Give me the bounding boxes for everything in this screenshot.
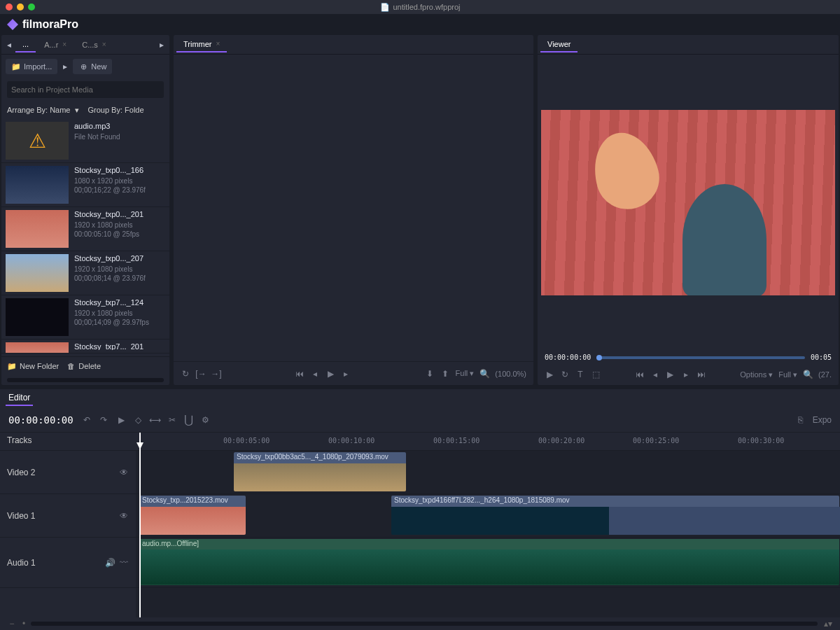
media-item[interactable]: ⚠ audio.mp3File Not Found xyxy=(1,119,169,163)
chevron-right-icon[interactable]: ▸ xyxy=(60,62,70,71)
media-item[interactable]: Stocksy_txp7..._201 xyxy=(1,340,169,354)
collapse-icon[interactable]: ▴▾ xyxy=(823,619,833,629)
timeline-clip[interactable]: Stocksy_txp00bb3ac5..._4_1080p_2079093.m… xyxy=(234,452,406,491)
export-icon[interactable]: ⎘ xyxy=(796,415,806,425)
minimize-window-button[interactable] xyxy=(17,4,24,10)
quality-dropdown[interactable]: Full ▾ xyxy=(456,369,475,378)
arrange-by-dropdown[interactable]: Arrange By: Name ▾ xyxy=(7,105,82,115)
new-button[interactable]: ⊕ New xyxy=(73,59,112,74)
insert-icon[interactable]: ⬇ xyxy=(425,369,435,379)
media-list[interactable]: ⚠ audio.mp3File Not Found Stocksy_txp0..… xyxy=(1,119,169,356)
warning-icon: ⚠ xyxy=(29,130,46,153)
crop-icon[interactable]: ⬚ xyxy=(591,370,601,379)
track-label-video1[interactable]: Video 1 👁 xyxy=(0,494,136,538)
options-dropdown[interactable]: Options ▾ xyxy=(740,370,773,379)
zoom-label[interactable]: (100.0%) xyxy=(495,370,526,378)
close-icon[interactable]: × xyxy=(62,41,66,48)
undo-icon[interactable]: ↶ xyxy=(82,415,92,425)
new-folder-button[interactable]: 📁New Folder xyxy=(7,361,59,371)
panel-menu-icon[interactable]: ◂ xyxy=(4,40,14,50)
timeline-clip[interactable]: Stocksy_txp...2015223.mov xyxy=(139,496,246,535)
track-label-video2[interactable]: Video 2 👁 xyxy=(0,451,136,494)
skip-start-icon[interactable]: ⏮ xyxy=(295,369,304,379)
media-item[interactable]: Stocksy_txp0..._1661080 x 1920 pixels00;… xyxy=(1,163,169,207)
app-logo: filmoraPro xyxy=(7,18,78,31)
timeline-track-video2[interactable]: Stocksy_txp00bb3ac5..._4_1080p_2079093.m… xyxy=(136,451,840,494)
search-icon[interactable]: 🔍 xyxy=(803,370,813,379)
viewer-canvas[interactable] xyxy=(538,55,839,351)
visibility-icon[interactable]: 👁 xyxy=(119,511,129,521)
timeline-ruler[interactable]: 00:00:05:00 00:00:10:00 00:00:15:00 00:0… xyxy=(136,433,840,451)
chevron-right-icon[interactable]: ▸ xyxy=(157,40,167,50)
viewer-scrubber[interactable] xyxy=(596,356,805,359)
quality-dropdown[interactable]: Full ▾ xyxy=(778,370,797,379)
editor-tab[interactable]: Editor xyxy=(6,391,33,406)
step-back-icon[interactable]: ◂ xyxy=(310,369,320,379)
chevron-down-icon: ▾ xyxy=(72,105,82,115)
maximize-window-button[interactable] xyxy=(28,4,35,10)
media-tab-1[interactable]: A...r× xyxy=(37,38,74,52)
search-icon[interactable]: 🔍 xyxy=(479,369,489,379)
redo-icon[interactable]: ↷ xyxy=(99,415,108,425)
search-input[interactable] xyxy=(7,81,164,98)
timeline-scrollbar[interactable] xyxy=(31,622,818,626)
visibility-icon[interactable]: 👁 xyxy=(119,468,129,477)
trimmer-controls: ↻ [→ →] ⏮ ◂ ▶ ▸ ⬇ ⬆ Full ▾ 🔍 (100.0 xyxy=(174,361,533,385)
playhead[interactable] xyxy=(139,433,141,617)
waveform-icon[interactable]: 〰 xyxy=(119,558,129,568)
media-toolbar: 📁 Import... ▸ ⊕ New xyxy=(1,55,169,78)
out-bracket-icon[interactable]: →] xyxy=(211,369,221,379)
zoom-label[interactable]: (27. xyxy=(818,370,832,379)
overwrite-icon[interactable]: ⬆ xyxy=(440,369,450,379)
close-icon[interactable]: × xyxy=(102,41,106,48)
timeline-area[interactable]: 00:00:05:00 00:00:10:00 00:00:15:00 00:0… xyxy=(136,433,840,617)
keyframe-icon[interactable]: ◇ xyxy=(134,415,144,425)
delete-button[interactable]: 🗑Delete xyxy=(66,361,101,371)
zoom-slider-dot[interactable]: • xyxy=(22,619,25,629)
ripple-icon[interactable]: ⟷ xyxy=(150,415,160,425)
timeline-track-audio1[interactable]: audio.mp...Offline] xyxy=(136,538,840,588)
in-bracket-icon[interactable]: [→ xyxy=(196,369,206,379)
media-item[interactable]: Stocksy_txp7..._1241920 x 1080 pixels00;… xyxy=(1,295,169,340)
timeline-audio-clip[interactable]: audio.mp...Offline] xyxy=(139,539,839,585)
step-forward-icon[interactable]: ▸ xyxy=(341,369,351,379)
play-icon[interactable]: ▶ xyxy=(326,369,335,379)
settings-icon[interactable]: ⚙ xyxy=(201,415,211,425)
export-button[interactable]: Expo xyxy=(813,415,832,425)
trimmer-tab[interactable]: Trimmer× xyxy=(176,37,227,52)
timeline-track-video1[interactable]: Stocksy_txp...2015223.mov Stocksy_txpd41… xyxy=(136,494,840,538)
zoom-out-icon[interactable]: − xyxy=(7,619,17,629)
horizontal-scrollbar[interactable] xyxy=(7,378,164,382)
media-item[interactable]: Stocksy_txp0..._2011920 x 1080 pixels00:… xyxy=(1,207,169,251)
viewer-timecode[interactable]: 00:00:00:00 xyxy=(545,354,591,361)
media-thumbnail: ⚠ xyxy=(6,122,69,160)
step-forward-icon[interactable]: ▸ xyxy=(681,370,691,379)
play-icon[interactable]: ▶ xyxy=(666,370,676,379)
selection-tool-icon[interactable]: ▶ xyxy=(117,415,127,425)
track-labels: Tracks Video 2 👁 Video 1 👁 Audio 1 🔊〰 xyxy=(0,433,136,617)
slice-icon[interactable]: ✂ xyxy=(167,415,177,425)
text-tool-icon[interactable]: T xyxy=(575,370,585,379)
media-tab-2[interactable]: C...s× xyxy=(75,38,113,52)
close-window-button[interactable] xyxy=(6,4,13,10)
loop-icon[interactable]: ↻ xyxy=(181,369,190,379)
loop-icon[interactable]: ↻ xyxy=(560,370,570,379)
editor-timecode[interactable]: 00:00:00:00 xyxy=(8,414,74,426)
close-icon[interactable]: × xyxy=(216,40,220,48)
skip-start-icon[interactable]: ⏮ xyxy=(635,370,645,379)
folder-icon: 📁 xyxy=(7,361,17,371)
timeline-clip-tail[interactable] xyxy=(609,507,840,535)
snap-icon[interactable]: ⋃ xyxy=(184,415,194,425)
trimmer-canvas[interactable] xyxy=(174,55,533,361)
media-item[interactable]: Stocksy_txp0..._2071920 x 1080 pixels00;… xyxy=(1,251,169,295)
app-header: filmoraPro xyxy=(0,14,840,35)
media-tab-0[interactable]: ... xyxy=(15,37,36,52)
step-back-icon[interactable]: ◂ xyxy=(650,370,660,379)
viewer-tab[interactable]: Viewer xyxy=(540,37,578,52)
import-button[interactable]: 📁 Import... xyxy=(6,59,57,74)
play-icon[interactable]: ▶ xyxy=(545,370,554,379)
track-label-audio1[interactable]: Audio 1 🔊〰 xyxy=(0,538,136,588)
speaker-icon[interactable]: 🔊 xyxy=(105,558,115,568)
group-by-dropdown[interactable]: Group By: Folde xyxy=(88,105,144,115)
skip-end-icon[interactable]: ⏭ xyxy=(696,370,706,379)
